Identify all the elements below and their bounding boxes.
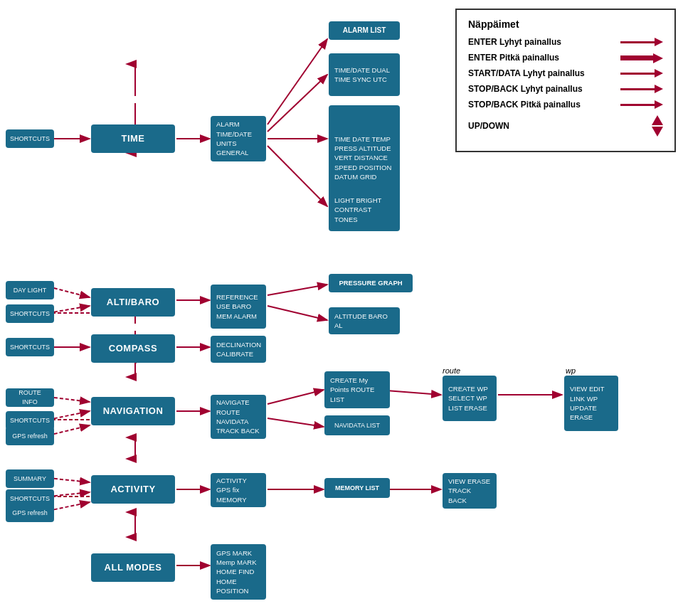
- altibaro-node: ALTI/BARO: [91, 288, 175, 317]
- legend-row-enter-long: ENTER Pitkä painallus: [468, 53, 663, 63]
- shortcuts-compass: SHORTCUTS: [6, 338, 54, 356]
- route-box-node: CREATE WP SELECT WP LIST ERASE: [443, 376, 497, 421]
- legend-title: Näppäimet: [468, 18, 663, 30]
- nav-menu-node: NAVIGATE ROUTE NAVIDATA TRACK BACK: [211, 395, 266, 439]
- enter-short-arrow: [620, 38, 663, 46]
- wp-box-node: VIEW EDIT LINK WP UPDATE ERASE: [564, 376, 618, 431]
- svg-line-9: [48, 287, 90, 297]
- alarm-list-node: ALARM LIST: [329, 21, 400, 40]
- up-arrow: [652, 115, 663, 125]
- shortcuts-altibaro: SHORTCUTS: [6, 304, 54, 323]
- legend-start-short-label: START/DATA Lyhyt painallus: [468, 68, 620, 78]
- svg-line-6: [268, 75, 327, 132]
- svg-line-10: [48, 306, 90, 313]
- legend-stop-long-label: STOP/BACK Pitkä painallus: [468, 100, 620, 110]
- start-short-arrow: [620, 69, 663, 78]
- nav-sub1-node: CREATE My Points ROUTE LIST: [324, 371, 390, 408]
- route-label: route: [443, 366, 460, 375]
- legend-row-enter-short: ENTER Lyhyt painallus: [468, 37, 663, 47]
- svg-line-15: [268, 285, 327, 295]
- navigation-node: NAVIGATION: [91, 397, 175, 425]
- legend-updown-label: UP/DOWN: [468, 121, 652, 131]
- route-info-node: ROUTE INFO: [6, 388, 54, 407]
- svg-line-25: [48, 425, 90, 435]
- svg-line-28: [268, 418, 324, 427]
- general-menu-node: LIGHT BRIGHT CONTRAST TONES: [329, 188, 400, 231]
- svg-line-33: [48, 478, 90, 482]
- pressure-graph-node: PRESSURE GRAPH: [329, 274, 413, 292]
- all-modes-node: ALL MODES: [91, 553, 175, 582]
- svg-line-22: [48, 397, 90, 402]
- svg-line-16: [268, 306, 327, 320]
- activity-node: ACTIVITY: [91, 475, 175, 504]
- time-date-menu-node: TIME/DATE DUAL TIME SYNC UTC: [329, 53, 400, 96]
- legend-row-stop-short: STOP/BACK Lyhyt painallus: [468, 84, 663, 94]
- memory-sub-node: VIEW ERASE TRACK BACK: [443, 473, 497, 509]
- svg-line-36: [48, 502, 90, 511]
- gps-refresh-act: GPS refresh: [6, 504, 54, 522]
- shortcuts-top: SHORTCUTS: [6, 129, 54, 148]
- time-menu-node: ALARM TIME/DATE UNITS GENERAL: [211, 116, 266, 161]
- legend-enter-long-label: ENTER Pitkä painallus: [468, 53, 620, 63]
- altibaro-menu-node: REFERENCE USE BARO MEM ALARM: [211, 285, 266, 329]
- time-node: TIME: [91, 124, 175, 153]
- navidata-list-node: NAVIDATA LIST: [324, 415, 390, 435]
- compass-node: COMPASS: [91, 334, 175, 363]
- legend-row-start-short: START/DATA Lyhyt painallus: [468, 68, 663, 78]
- altitude-baro-node: ALTITUDE BARO AL: [329, 307, 400, 334]
- summary-node: SUMMARY: [6, 469, 54, 488]
- legend-box: Näppäimet ENTER Lyhyt painallus ENTER Pi…: [455, 9, 676, 152]
- daylight-node: DAY LIGHT: [6, 281, 54, 299]
- legend-stop-short-label: STOP/BACK Lyhyt painallus: [468, 84, 620, 94]
- legend-row-updown: UP/DOWN: [468, 115, 663, 137]
- stop-short-arrow: [620, 85, 663, 93]
- all-modes-menu-node: GPS MARK Memp MARK HOME FIND HOME POSITI…: [211, 544, 266, 600]
- svg-line-34: [48, 492, 90, 496]
- legend-enter-short-label: ENTER Lyhyt painallus: [468, 37, 620, 47]
- updown-icon: [652, 115, 663, 137]
- down-arrow: [652, 127, 663, 137]
- compass-menu-node: DECLINATION CALIBRATE: [211, 336, 266, 363]
- memory-list-node: MEMORY LIST: [324, 478, 390, 498]
- svg-line-27: [268, 390, 324, 404]
- svg-line-23: [48, 411, 90, 420]
- enter-long-arrow: [620, 53, 663, 62]
- stop-long-arrow: [620, 100, 663, 109]
- legend-row-stop-long: STOP/BACK Pitkä painallus: [468, 100, 663, 110]
- gps-refresh-nav: GPS refresh: [6, 427, 54, 445]
- svg-line-5: [268, 39, 327, 124]
- diagram-container: SHORTCUTS TIME ALARM TIME/DATE UNITS GEN…: [0, 0, 683, 616]
- activity-menu-node: ACTIVITY GPS fix MEMORY: [211, 473, 266, 507]
- wp-label: wp: [566, 366, 576, 375]
- svg-line-8: [268, 146, 327, 206]
